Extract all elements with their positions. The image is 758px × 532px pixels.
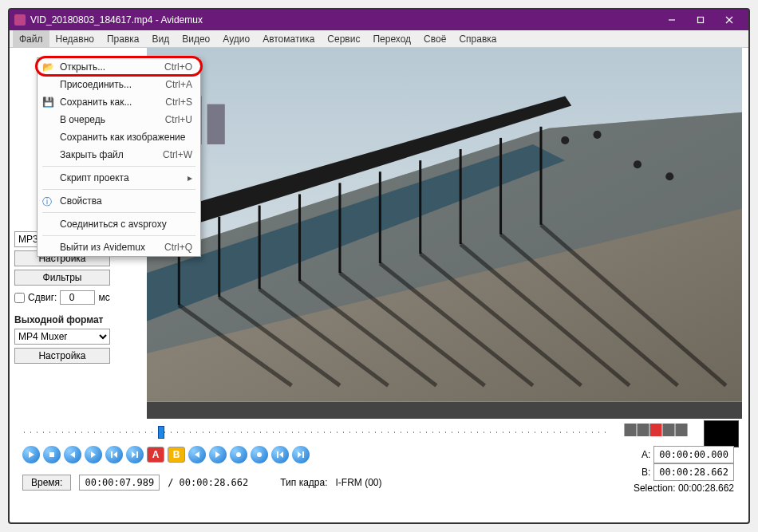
svg-point-33 — [634, 160, 642, 168]
frame-type: I-FRM (00) — [336, 477, 382, 488]
output-format-group: MP4 Muxer Настройка — [14, 329, 142, 364]
prev-black-button[interactable] — [230, 446, 247, 463]
prev-cut-button[interactable] — [188, 446, 206, 463]
close-button[interactable] — [715, 10, 744, 30]
menu-help[interactable]: Справка — [452, 30, 503, 47]
svg-point-31 — [561, 136, 569, 144]
svg-rect-39 — [111, 451, 113, 458]
menu-separator — [42, 189, 195, 190]
duration: / 00:00:28.662 — [168, 477, 248, 488]
menu-custom[interactable]: Своё — [417, 30, 452, 47]
menu-connect-avsproxy[interactable]: Соединиться с avsproxy — [38, 215, 200, 233]
menu-save-as[interactable]: 💾 Сохранить как... Ctrl+S — [38, 93, 200, 111]
menu-quit-label: Выйти из Avidemux — [60, 242, 145, 253]
svg-rect-1 — [698, 18, 704, 23]
info-icon: ⓘ — [42, 195, 53, 207]
marker-a-time: 00:00:00.000 — [653, 446, 734, 463]
frame-type-label: Тип кадра: — [280, 477, 327, 488]
menu-close-file[interactable]: Закрыть файл Ctrl+W — [38, 146, 200, 164]
shift-unit: мс — [98, 292, 109, 303]
selection-label: Selection: — [634, 483, 676, 494]
menu-connect-avsproxy-label: Соединиться с avsproxy — [60, 219, 167, 230]
svg-rect-30 — [207, 104, 225, 144]
next-cut-button[interactable] — [209, 446, 227, 463]
menu-open-label: Открыть... — [60, 61, 105, 73]
next-frame-button[interactable] — [85, 446, 102, 463]
first-frame-button[interactable] — [271, 446, 289, 463]
svg-marker-43 — [195, 451, 199, 458]
time-button[interactable]: Время: — [22, 475, 71, 491]
menu-audio[interactable]: Аудио — [216, 30, 256, 47]
svg-marker-35 — [29, 451, 34, 458]
video-frame-svg — [147, 48, 742, 402]
menu-view[interactable]: Вид — [146, 30, 176, 47]
menu-save-image[interactable]: Сохранить как изображение — [38, 128, 200, 146]
menu-auto[interactable]: Автоматика — [256, 30, 321, 47]
svg-rect-50 — [302, 451, 304, 458]
shift-label: Сдвиг: — [28, 292, 57, 303]
svg-marker-48 — [279, 451, 283, 458]
submenu-arrow-icon: ▸ — [188, 172, 192, 183]
menu-go[interactable]: Переход — [366, 30, 417, 47]
menu-quit[interactable]: Выйти из Avidemux Ctrl+Q — [38, 238, 200, 256]
video-preview — [147, 48, 742, 419]
menu-quit-shortcut: Ctrl+Q — [164, 242, 192, 253]
maximize-button[interactable] — [686, 10, 715, 30]
menu-append-shortcut: Ctrl+A — [165, 79, 192, 90]
menu-separator — [42, 235, 195, 236]
timeline-track[interactable] — [24, 432, 608, 433]
next-black-button[interactable] — [251, 446, 268, 463]
menu-queue[interactable]: В очередь Ctrl+U — [38, 111, 200, 128]
svg-point-32 — [593, 131, 601, 139]
set-marker-a-button[interactable]: A — [147, 447, 164, 463]
svg-marker-40 — [113, 451, 117, 458]
output-configure-button[interactable]: Настройка — [14, 348, 110, 364]
menu-project-script-label: Скрипт проекта — [60, 172, 129, 183]
prev-keyframe-button[interactable] — [105, 446, 123, 463]
menu-edit[interactable]: Правка — [101, 30, 146, 47]
save-icon: 💾 — [42, 97, 53, 108]
svg-rect-36 — [49, 452, 54, 457]
current-time[interactable]: 00:00:07.989 — [79, 475, 160, 491]
menu-open-shortcut: Ctrl+O — [164, 61, 192, 73]
menu-open[interactable]: 📂 Открыть... Ctrl+O — [38, 58, 200, 76]
minimize-button[interactable] — [657, 10, 686, 30]
folder-open-icon: 📂 — [42, 61, 53, 73]
menu-recent[interactable]: Недавно — [49, 30, 101, 47]
shift-input[interactable] — [60, 290, 95, 305]
menu-properties-label: Свойства — [60, 195, 102, 207]
stop-button[interactable] — [43, 446, 61, 463]
svg-point-45 — [236, 452, 241, 457]
titlebar: VID_20180803_184617.mp4 - Avidemux — [10, 10, 748, 30]
menu-tools[interactable]: Сервис — [321, 30, 366, 47]
preview-thumb — [704, 420, 739, 447]
svg-rect-47 — [277, 451, 278, 458]
svg-point-34 — [665, 172, 673, 180]
set-marker-b-button[interactable]: B — [168, 447, 185, 463]
svg-marker-44 — [215, 451, 220, 458]
marker-a-label: A: — [642, 449, 650, 460]
play-button[interactable] — [22, 446, 40, 463]
menu-video[interactable]: Видео — [176, 30, 216, 47]
shift-checkbox[interactable] — [14, 293, 25, 303]
menu-append[interactable]: Присоединить... Ctrl+A — [38, 76, 200, 93]
svg-marker-49 — [298, 451, 302, 458]
prev-frame-button[interactable] — [64, 446, 81, 463]
output-format-label: Выходной формат — [14, 314, 142, 325]
next-keyframe-button[interactable] — [126, 446, 144, 463]
menu-save-as-shortcut: Ctrl+S — [165, 97, 192, 108]
timeline-handle[interactable] — [158, 426, 164, 439]
ab-markers: A:00:00:00.000 B:00:00:28.662 Selection:… — [634, 446, 734, 495]
menu-project-script[interactable]: Скрипт проекта ▸ — [38, 169, 200, 187]
menu-file[interactable]: Файл — [13, 30, 49, 47]
marker-b-label: B: — [642, 467, 650, 478]
output-muxer-select[interactable]: MP4 Muxer — [14, 329, 110, 345]
menu-append-label: Присоединить... — [60, 79, 132, 90]
svg-marker-37 — [70, 451, 75, 458]
vu-meter — [624, 424, 688, 436]
audio-filters-button[interactable]: Фильтры — [14, 270, 110, 286]
last-frame-button[interactable] — [292, 446, 310, 463]
menu-properties[interactable]: ⓘ Свойства — [38, 192, 200, 210]
selection-time: 00:00:28.662 — [678, 483, 734, 494]
menu-queue-shortcut: Ctrl+U — [165, 114, 192, 125]
